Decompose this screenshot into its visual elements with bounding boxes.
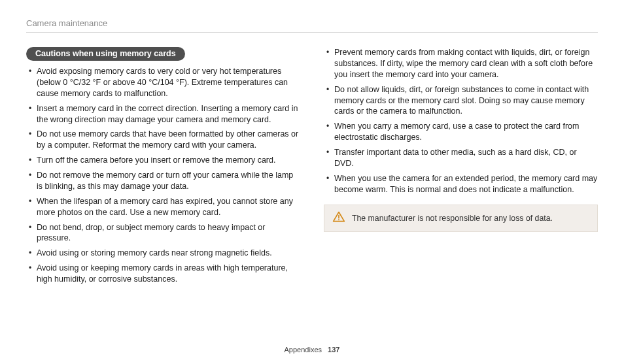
manual-page: Camera maintenance Cautions when using m… bbox=[0, 0, 624, 364]
list-item: Transfer important data to other media, … bbox=[326, 147, 598, 169]
content-columns: Cautions when using memory cards Avoid e… bbox=[26, 47, 598, 289]
left-bullet-list: Avoid exposing memory cards to very cold… bbox=[26, 66, 300, 285]
list-item: Turn off the camera before you insert or… bbox=[29, 155, 300, 166]
svg-point-1 bbox=[338, 219, 339, 220]
warning-callout: The manufacturer is not responsible for … bbox=[324, 205, 598, 232]
section-header: Camera maintenance bbox=[26, 18, 598, 33]
page-footer: Appendixes 137 bbox=[0, 346, 624, 354]
list-item: When the lifespan of a memory card has e… bbox=[29, 196, 300, 218]
right-column: Prevent memory cards from making contact… bbox=[324, 47, 598, 289]
list-item: When you use the camera for an extended … bbox=[326, 173, 598, 195]
warning-icon bbox=[332, 210, 345, 226]
page-number: 137 bbox=[328, 346, 339, 354]
left-column: Cautions when using memory cards Avoid e… bbox=[26, 47, 300, 289]
list-item: Prevent memory cards from making contact… bbox=[326, 47, 598, 80]
list-item: Avoid using or storing memory cards near… bbox=[29, 248, 300, 259]
section-title: Camera maintenance bbox=[26, 18, 107, 28]
list-item: Do not allow liquids, dirt, or foreign s… bbox=[326, 84, 598, 118]
list-item: When you carry a memory card, use a case… bbox=[326, 121, 598, 143]
list-item: Do not remove the memory card or turn of… bbox=[29, 170, 300, 192]
list-item: Avoid exposing memory cards to very cold… bbox=[29, 66, 300, 99]
list-item: Avoid using or keeping memory cards in a… bbox=[29, 263, 300, 285]
list-item: Insert a memory card in the correct dire… bbox=[29, 103, 300, 125]
warning-text: The manufacturer is not responsible for … bbox=[352, 214, 553, 223]
right-bullet-list: Prevent memory cards from making contact… bbox=[324, 47, 598, 195]
footer-label: Appendixes bbox=[285, 346, 322, 354]
list-item: Do not bend, drop, or subject memory car… bbox=[29, 222, 300, 244]
cautions-badge: Cautions when using memory cards bbox=[26, 47, 185, 61]
list-item: Do not use memory cards that have been f… bbox=[29, 129, 300, 151]
